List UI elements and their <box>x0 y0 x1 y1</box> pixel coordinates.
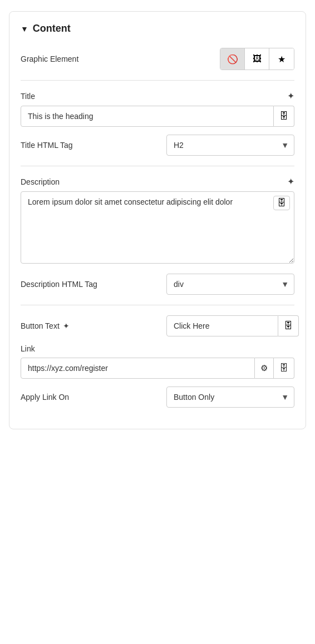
button-text-input[interactable] <box>166 315 278 336</box>
divider-1 <box>21 80 294 81</box>
graphic-image-button[interactable]: 🖼 <box>245 48 269 70</box>
divider-2 <box>21 166 294 166</box>
apply-link-field-group: Apply Link On Button Only Entire Block N… <box>21 387 294 408</box>
description-tag-select-wrapper: div p span section ▼ <box>166 274 294 295</box>
section-title: Content <box>33 23 71 34</box>
link-field-group: Link ⚙ 🗄 <box>21 344 294 379</box>
link-db-icon: 🗄 <box>279 363 288 373</box>
section-header: ▼ Content <box>21 23 294 34</box>
chevron-down-icon: ▼ <box>21 24 28 33</box>
graphic-star-button[interactable]: ★ <box>269 48 294 70</box>
description-tag-select[interactable]: div p span section <box>166 274 294 295</box>
divider-3 <box>21 305 294 305</box>
button-text-label-row: Button Text ✦ <box>21 321 70 330</box>
db-stack-icon: 🗄 <box>279 111 288 121</box>
title-tag-row: Title HTML Tag H2 H1 H3 H4 H5 H6 ▼ <box>21 135 294 156</box>
link-db-button[interactable]: 🗄 <box>274 358 294 379</box>
description-tag-label: Description HTML Tag <box>21 280 97 289</box>
graphic-element-row: Graphic Element 🚫 🖼 ★ <box>21 48 294 70</box>
title-field-group: Title ✦ 🗄 <box>21 91 294 127</box>
title-label-row: Title ✦ <box>21 91 294 101</box>
apply-link-label: Apply Link On <box>21 393 69 402</box>
link-gear-button[interactable]: ⚙ <box>255 358 274 379</box>
link-input[interactable] <box>21 358 255 379</box>
title-db-button[interactable]: 🗄 <box>274 106 294 127</box>
description-db-button[interactable]: 🗄 <box>273 196 290 210</box>
description-db-icon: 🗄 <box>277 198 286 207</box>
title-input[interactable] <box>21 106 274 127</box>
description-tag-field-group: Description HTML Tag div p span section … <box>21 274 294 295</box>
description-ai-sparkle-icon[interactable]: ✦ <box>287 176 294 187</box>
content-panel: ▼ Content Graphic Element 🚫 🖼 ★ Title ✦ … <box>9 11 306 429</box>
button-text-ai-icon[interactable]: ✦ <box>63 321 70 330</box>
button-text-db-button[interactable]: 🗄 <box>278 315 299 336</box>
description-label: Description <box>21 177 60 186</box>
button-text-input-row: 🗄 <box>166 315 294 336</box>
title-tag-select-wrapper: H2 H1 H3 H4 H5 H6 ▼ <box>166 135 294 156</box>
apply-link-select[interactable]: Button Only Entire Block None <box>166 387 294 408</box>
button-text-row: Button Text ✦ 🗄 <box>21 315 294 336</box>
description-textarea-wrapper: Lorem ipsum dolor sit amet consectetur a… <box>21 191 294 266</box>
gear-icon: ⚙ <box>260 363 268 373</box>
graphic-element-label: Graphic Element <box>21 55 78 63</box>
button-db-icon: 🗄 <box>284 321 293 331</box>
description-tag-row: Description HTML Tag div p span section … <box>21 274 294 295</box>
link-label-row: Link <box>21 344 294 353</box>
button-text-field-group: Button Text ✦ 🗄 <box>21 315 294 336</box>
description-textarea[interactable]: Lorem ipsum dolor sit amet consectetur a… <box>21 191 294 264</box>
description-label-row: Description ✦ <box>21 176 294 187</box>
link-label: Link <box>21 344 35 353</box>
title-label: Title <box>21 92 35 101</box>
ai-sparkle-icon[interactable]: ✦ <box>287 91 294 101</box>
apply-link-row: Apply Link On Button Only Entire Block N… <box>21 387 294 408</box>
link-input-row: ⚙ 🗄 <box>21 358 294 379</box>
title-input-row: 🗄 <box>21 106 294 127</box>
graphic-none-button[interactable]: 🚫 <box>220 48 245 70</box>
description-field-group: Description ✦ Lorem ipsum dolor sit amet… <box>21 176 294 266</box>
apply-link-select-wrapper: Button Only Entire Block None ▼ <box>166 387 294 408</box>
graphic-element-buttons: 🚫 🖼 ★ <box>220 48 294 70</box>
title-tag-label: Title HTML Tag <box>21 141 73 150</box>
title-tag-field-group: Title HTML Tag H2 H1 H3 H4 H5 H6 ▼ <box>21 135 294 156</box>
title-tag-select[interactable]: H2 H1 H3 H4 H5 H6 <box>166 135 294 156</box>
button-text-label: Button Text <box>21 321 60 330</box>
